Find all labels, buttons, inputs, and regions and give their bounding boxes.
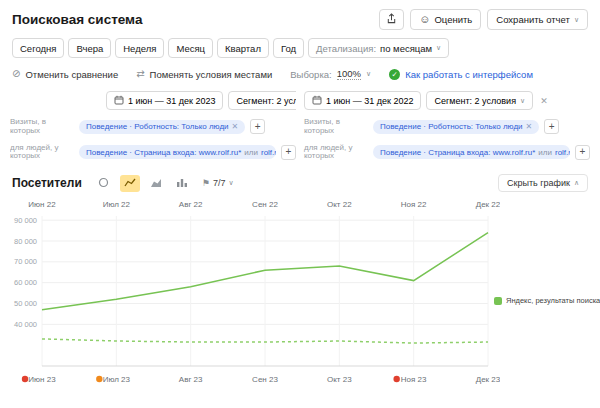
goals-counter-dropdown[interactable]: ⚑ 7/7 ∨: [202, 178, 234, 188]
cancel-comparison-label: Отменить сравнение: [25, 69, 118, 80]
bar-chart-icon: [176, 176, 188, 191]
add-people-condition-button[interactable]: +: [281, 145, 296, 160]
line-chart-icon: [124, 176, 136, 191]
segment-b-header: 1 июн — 31 дек 2022 Сегмент: 2 условия ∨…: [304, 91, 590, 110]
add-visits-condition-button[interactable]: +: [250, 119, 265, 134]
area-chart-toggle[interactable]: [146, 175, 166, 192]
visits-condition-row-a: Визиты, в которых Поведение · Роботность…: [10, 118, 296, 136]
line-chart-toggle[interactable]: [120, 175, 140, 192]
people-condition-chip[interactable]: Поведение · Страница входа: www.rolf.ru*…: [373, 145, 570, 159]
segment-panel-b: 1 июн — 31 дек 2022 Сегмент: 2 условия ∨…: [296, 91, 590, 161]
pie-chart-toggle[interactable]: [94, 175, 114, 192]
people-condition-text: Поведение · Страница входа: www.rolf.ru*: [86, 148, 241, 157]
legend-item[interactable]: Яндекс, результаты поиска: [494, 296, 600, 305]
save-report-button[interactable]: Сохранить отчет ∨: [487, 9, 588, 30]
segment-label: Сегмент: 2 условия: [434, 96, 516, 106]
period-tab-month[interactable]: Месяц: [168, 38, 213, 58]
sampling-label: Выборка:: [290, 69, 331, 80]
svg-text:70 000: 70 000: [14, 258, 37, 267]
period-tab-today[interactable]: Сегодня: [12, 38, 64, 58]
people-condition-chip[interactable]: Поведение · Страница входа: www.rolf.ru*…: [79, 145, 276, 159]
svg-text:Июн 23: Июн 23: [28, 375, 56, 384]
detalization-dropdown[interactable]: Детализация: по месяцам ∨: [308, 38, 449, 58]
period-tab-yesterday[interactable]: Вчера: [68, 38, 111, 58]
svg-text:60 000: 60 000: [14, 278, 37, 287]
svg-text:40 000: 40 000: [14, 320, 37, 329]
svg-text:50 000: 50 000: [14, 299, 37, 308]
share-icon: [386, 13, 397, 26]
detalization-value: по месяцам: [380, 43, 432, 54]
period-tab-quarter[interactable]: Квартал: [217, 38, 269, 58]
segment-panel-a: 1 июн — 31 дек 2023 Сегмент: 2 условия ∨…: [10, 91, 296, 161]
pie-chart-icon: [98, 176, 109, 191]
visitors-chart: 90 00080 00070 00060 00050 00040 000Июн …: [0, 192, 600, 396]
metrica-report-page: Поисковая система ☺ Оценить Сохранить от…: [0, 0, 600, 396]
visitors-section-header: Посетители ⚑ 7/7 ∨ Скрыт: [12, 174, 588, 192]
segments-area: 1 июн — 31 дек 2023 Сегмент: 2 условия ∨…: [0, 80, 600, 161]
remove-segment-b-button[interactable]: ✕: [538, 94, 550, 108]
svg-text:80 000: 80 000: [14, 237, 37, 246]
chevron-down-icon: ∨: [228, 179, 233, 187]
visits-condition-chip[interactable]: Поведение · Роботность: Только люди ✕: [373, 120, 539, 134]
visits-condition-label: Визиты, в которых: [304, 118, 368, 136]
check-icon: ✓: [389, 69, 400, 80]
header-actions: ☺ Оценить Сохранить отчет ∨: [379, 9, 588, 30]
goals-counter-value: 7/7: [213, 178, 226, 188]
people-condition-alt: rolf.ru*: [261, 148, 276, 157]
swap-conditions-button[interactable]: ⇄ Поменять условия местами: [136, 69, 272, 80]
svg-text:Дек 22: Дек 22: [476, 200, 500, 209]
legend-swatch: [494, 297, 502, 305]
chevron-down-icon: ∨: [574, 16, 579, 24]
svg-text:Авг 22: Авг 22: [179, 200, 203, 209]
remove-condition-icon[interactable]: ✕: [232, 122, 239, 131]
date-range-picker-a[interactable]: 1 июн — 31 дек 2023: [106, 91, 223, 110]
cancel-comparison-button[interactable]: ⊘ Отменить сравнение: [12, 69, 118, 80]
actions-row: ⊘ Отменить сравнение ⇄ Поменять условия …: [0, 58, 600, 80]
svg-text:Окт 22: Окт 22: [327, 200, 352, 209]
date-range-label: 1 июн — 31 дек 2023: [128, 96, 215, 106]
bar-chart-toggle[interactable]: [172, 175, 192, 192]
chevron-down-icon: ∨: [520, 97, 525, 105]
smiley-icon: ☺: [419, 14, 430, 25]
visitors-title: Посетители: [12, 176, 82, 190]
sampling-dropdown[interactable]: Выборка: 100% ∨: [290, 68, 371, 80]
add-visits-condition-button[interactable]: +: [544, 119, 559, 134]
flag-icon: ⚑: [202, 178, 210, 188]
period-tab-week[interactable]: Неделя: [115, 38, 164, 58]
people-condition-or: или: [244, 148, 258, 157]
date-range-picker-b[interactable]: 1 июн — 31 дек 2022: [304, 91, 421, 110]
segment-a-header: 1 июн — 31 дек 2023 Сегмент: 2 условия ∨…: [106, 91, 296, 110]
hide-chart-label: Скрыть график: [507, 178, 570, 188]
help-link-label: Как работать с интерфейсом: [405, 69, 533, 80]
svg-text:Ноя 22: Ноя 22: [401, 200, 427, 209]
period-tab-year[interactable]: Год: [273, 38, 304, 58]
chevron-down-icon: ∨: [436, 44, 441, 52]
segment-label: Сегмент: 2 условия: [236, 96, 296, 106]
swap-conditions-label: Поменять условия местами: [150, 69, 273, 80]
chevron-down-icon: ∨: [366, 70, 371, 78]
segment-dropdown-a[interactable]: Сегмент: 2 условия ∨: [228, 91, 296, 110]
interface-help-link[interactable]: ✓ Как работать с интерфейсом: [389, 69, 533, 80]
visits-condition-chip[interactable]: Поведение · Роботность: Только люди ✕: [79, 120, 245, 134]
svg-text:Ноя 23: Ноя 23: [401, 375, 427, 384]
people-condition-text: Поведение · Страница входа: www.rolf.ru*: [380, 148, 535, 157]
people-condition-or: или: [538, 148, 552, 157]
visits-condition-row-b: Визиты, в которых Поведение · Роботность…: [304, 118, 590, 136]
header: Поисковая система ☺ Оценить Сохранить от…: [0, 0, 600, 30]
svg-text:90 000: 90 000: [14, 216, 37, 225]
share-button[interactable]: [379, 9, 404, 30]
svg-text:Окт 23: Окт 23: [327, 375, 352, 384]
detalization-label: Детализация:: [316, 43, 376, 54]
svg-text:Июл 23: Июл 23: [103, 375, 131, 384]
svg-text:Авг 23: Авг 23: [179, 375, 203, 384]
add-people-condition-button[interactable]: +: [575, 145, 590, 160]
visits-condition-text: Поведение · Роботность: Только люди: [380, 122, 523, 131]
chevron-up-icon: ∧: [574, 179, 579, 187]
svg-text:Сен 22: Сен 22: [252, 200, 278, 209]
rate-button[interactable]: ☺ Оценить: [410, 9, 481, 30]
people-condition-label: для людей, у которых: [10, 144, 74, 162]
svg-text:Июл 22: Июл 22: [103, 200, 131, 209]
segment-dropdown-b[interactable]: Сегмент: 2 условия ∨: [426, 91, 533, 110]
remove-condition-icon[interactable]: ✕: [526, 122, 533, 131]
hide-chart-button[interactable]: Скрыть график ∧: [498, 174, 588, 192]
